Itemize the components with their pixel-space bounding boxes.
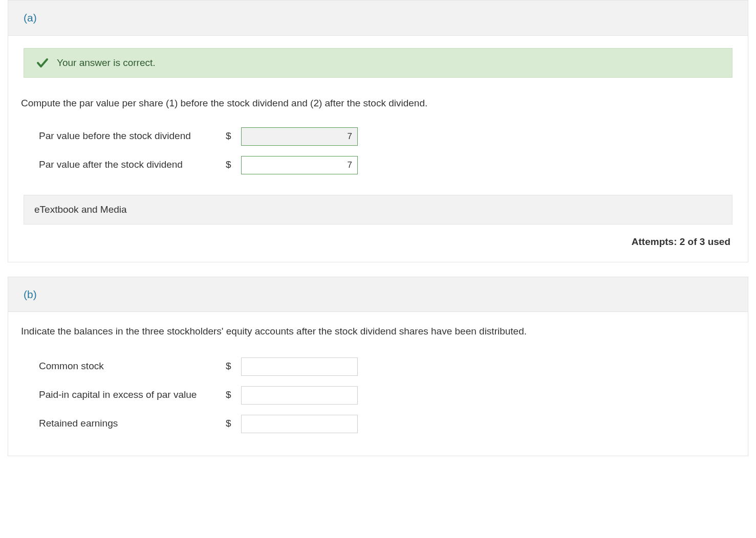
question-body-a: Your answer is correct. Compute the par … — [8, 36, 748, 262]
label-par-after: Par value after the stock dividend — [39, 158, 226, 172]
currency-symbol: $ — [226, 359, 236, 374]
currency-symbol: $ — [226, 129, 236, 144]
label-common-stock: Common stock — [39, 359, 226, 374]
input-par-before[interactable] — [241, 127, 358, 146]
input-paid-in-capital[interactable] — [241, 386, 358, 405]
input-retained-earnings[interactable] — [241, 415, 358, 433]
currency-symbol: $ — [226, 388, 236, 402]
etextbook-media-link[interactable]: eTextbook and Media — [24, 195, 732, 225]
label-retained-earnings: Retained earnings — [39, 416, 226, 431]
currency-symbol: $ — [226, 158, 236, 172]
input-rows-a: Par value before the stock dividend $ Pa… — [24, 127, 732, 174]
check-icon — [36, 57, 49, 69]
input-row-common-stock: Common stock $ — [39, 357, 732, 376]
input-row-paid-in-capital: Paid-in capital in excess of par value $ — [39, 386, 732, 405]
question-header-a: (a) — [8, 1, 748, 36]
label-par-before: Par value before the stock dividend — [39, 129, 226, 144]
question-prompt-a: Compute the par value per share (1) befo… — [21, 96, 732, 111]
question-section-a: (a) Your answer is correct. Compute the … — [8, 0, 748, 262]
label-paid-in-capital: Paid-in capital in excess of par value — [39, 388, 226, 402]
input-row-retained-earnings: Retained earnings $ — [39, 415, 732, 433]
question-label-a: (a) — [24, 12, 37, 24]
question-header-b: (b) — [8, 277, 748, 312]
correct-banner-text: Your answer is correct. — [57, 56, 156, 71]
question-section-b: (b) Indicate the balances in the three s… — [8, 277, 748, 456]
input-common-stock[interactable] — [241, 357, 358, 376]
currency-symbol: $ — [226, 416, 236, 431]
input-rows-b: Common stock $ Paid-in capital in excess… — [24, 357, 732, 433]
question-prompt-b: Indicate the balances in the three stock… — [21, 324, 732, 339]
attempts-counter: Attempts: 2 of 3 used — [24, 235, 732, 250]
question-label-b: (b) — [24, 288, 37, 300]
input-row-par-after: Par value after the stock dividend $ — [39, 156, 732, 174]
input-row-par-before: Par value before the stock dividend $ — [39, 127, 732, 146]
input-par-after[interactable] — [241, 156, 358, 174]
question-body-b: Indicate the balances in the three stock… — [8, 312, 748, 456]
correct-answer-banner: Your answer is correct. — [24, 48, 732, 78]
